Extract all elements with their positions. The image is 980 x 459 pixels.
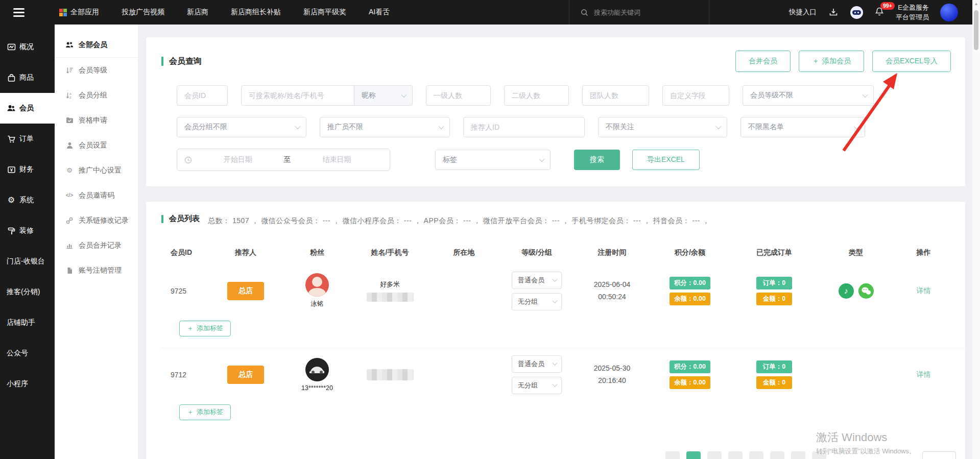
sort-level-icon bbox=[65, 66, 74, 75]
submenu-member-level[interactable]: 会员等级 bbox=[55, 58, 138, 83]
referrer-id-input[interactable] bbox=[463, 117, 585, 137]
assistant-robot-icon[interactable] bbox=[850, 6, 863, 19]
level-select[interactable]: 普通会员 bbox=[512, 272, 562, 289]
member-name: 好多米 bbox=[380, 280, 400, 289]
rail-item-members[interactable]: 会员 bbox=[0, 93, 55, 124]
level1-count-input[interactable] bbox=[426, 85, 491, 106]
detail-link[interactable]: 详情 bbox=[917, 286, 931, 295]
left-rail: 概况 商品 会员 订单 财务 ⚙ 系统 装修 门店-收银台 推客(分销) 店铺助… bbox=[0, 25, 55, 459]
detail-link[interactable]: 详情 bbox=[917, 370, 931, 378]
member-query-card: 会员查询 合并会员 ＋添加会员 会员EXCEL导入 昵称 bbox=[146, 37, 965, 186]
submenu-member-group[interactable]: AZ 会员分组 bbox=[55, 83, 138, 108]
submenu-all-members[interactable]: 全部会员 bbox=[55, 33, 138, 58]
member-group-select[interactable]: 会员分组不限 bbox=[177, 117, 306, 137]
submenu-invite-code[interactable]: </> 会员邀请码 bbox=[55, 183, 138, 208]
submenu-promo-center-settings[interactable]: ⚙ 推广中心设置 bbox=[55, 158, 138, 183]
col-referrer: 推荐人 bbox=[207, 248, 284, 257]
promoter-select[interactable]: 推广员不限 bbox=[320, 117, 450, 137]
account-info[interactable]: E企盈服务 平台管理员 bbox=[896, 3, 929, 22]
merge-members-button[interactable]: 合并会员 bbox=[735, 51, 791, 72]
apps-grid-icon bbox=[59, 9, 67, 16]
rail-item-decorate[interactable]: 装修 bbox=[0, 215, 55, 246]
nickname-search-input[interactable] bbox=[241, 85, 354, 106]
tag-select[interactable]: 标签 bbox=[435, 150, 551, 170]
follow-filter-select[interactable]: 不限关注 bbox=[598, 117, 727, 137]
page-button[interactable] bbox=[749, 451, 763, 459]
scroll-up-arrow[interactable]: ▲ bbox=[972, 0, 980, 8]
add-tag-button[interactable]: ＋添加标签 bbox=[179, 321, 231, 336]
title-accent-bar bbox=[161, 215, 163, 223]
blacklist-filter-select[interactable]: 不限黑名单 bbox=[740, 117, 865, 137]
level-select[interactable]: 普通会员 bbox=[512, 355, 562, 373]
bar-chart-icon bbox=[65, 241, 74, 250]
group-select[interactable]: 无分组 bbox=[512, 293, 562, 310]
member-level-select[interactable]: 会员等级不限 bbox=[743, 85, 874, 106]
user-avatar[interactable] bbox=[940, 4, 958, 21]
rail-item-distribution[interactable]: 推客(分销) bbox=[0, 277, 55, 307]
page-button-active[interactable] bbox=[686, 451, 701, 459]
search-input[interactable] bbox=[594, 9, 686, 16]
col-register-time: 注册时间 bbox=[575, 248, 649, 257]
nav-level-award[interactable]: 新店商平级奖 bbox=[303, 8, 346, 17]
group-select[interactable]: 无分组 bbox=[512, 377, 562, 394]
search-button[interactable]: 搜索 bbox=[574, 150, 620, 170]
gear-icon: ⚙ bbox=[7, 196, 16, 205]
nav-new-shop[interactable]: 新店商 bbox=[187, 8, 208, 17]
add-member-button[interactable]: ＋添加会员 bbox=[799, 51, 864, 72]
referrer-store-button[interactable]: 总店 bbox=[227, 282, 264, 300]
page-button[interactable] bbox=[812, 451, 826, 459]
page-button[interactable] bbox=[791, 451, 805, 459]
submenu-member-settings[interactable]: 会员设置 bbox=[55, 133, 138, 158]
submenu-relation-log[interactable]: 关系链修改记录 bbox=[55, 208, 138, 233]
date-to-label: 至 bbox=[284, 155, 291, 164]
rail-item-overview[interactable]: 概况 bbox=[0, 32, 55, 62]
submenu-qualification[interactable]: 资格申请 bbox=[55, 108, 138, 133]
nav-ai-tongue[interactable]: AI看舌 bbox=[369, 8, 390, 17]
page-button[interactable] bbox=[665, 451, 680, 459]
rail-item-goods[interactable]: 商品 bbox=[0, 62, 55, 93]
custom-field-input[interactable] bbox=[662, 85, 729, 106]
balance-badge: 余额：0.00 bbox=[670, 376, 710, 389]
rail-item-mini-program[interactable]: 小程序 bbox=[0, 369, 55, 399]
table-row: 9725 总店 泳铭 好多米 普通会员 无分组 2025-06-04 00: bbox=[161, 272, 965, 310]
submenu-merge-log[interactable]: 会员合并记录 bbox=[55, 233, 138, 258]
chevron-down-icon bbox=[553, 360, 558, 366]
plus-icon: ＋ bbox=[187, 407, 194, 417]
code-icon: </> bbox=[65, 191, 74, 200]
query-actions: 合并会员 ＋添加会员 会员EXCEL导入 bbox=[735, 51, 951, 72]
member-id-input[interactable] bbox=[177, 85, 228, 106]
add-tag-button[interactable]: ＋添加标签 bbox=[179, 404, 231, 420]
level2-count-input[interactable] bbox=[504, 85, 569, 106]
scrollbar[interactable]: ▲ bbox=[972, 0, 980, 459]
rail-item-orders[interactable]: 订单 bbox=[0, 124, 55, 154]
page-size-select[interactable] bbox=[922, 451, 956, 459]
member-id: 9725 bbox=[161, 287, 207, 295]
member-excel-import-button[interactable]: 会员EXCEL导入 bbox=[872, 51, 951, 72]
submenu-account-cancellation[interactable]: 账号注销管理 bbox=[55, 258, 138, 283]
notifications[interactable]: 99+ bbox=[874, 7, 885, 18]
rail-item-finance[interactable]: 财务 bbox=[0, 154, 55, 185]
page-button[interactable] bbox=[770, 451, 784, 459]
nav-all-apps[interactable]: 全部应用 bbox=[59, 8, 99, 17]
rail-item-shop-assistant[interactable]: 店铺助手 bbox=[0, 307, 55, 338]
quick-entry-link[interactable]: 快捷入口 bbox=[789, 8, 817, 17]
nav-leader-subsidy[interactable]: 新店商组长补贴 bbox=[231, 8, 281, 17]
submenu-label: 会员设置 bbox=[79, 141, 107, 150]
download-icon[interactable] bbox=[828, 7, 839, 18]
rail-item-system[interactable]: ⚙ 系统 bbox=[0, 185, 55, 215]
page-button[interactable] bbox=[728, 451, 743, 459]
page-button[interactable] bbox=[707, 451, 722, 459]
export-excel-button[interactable]: 导出EXCEL bbox=[632, 150, 700, 170]
scrollbar-thumb[interactable] bbox=[974, 10, 978, 50]
rail-item-official-account[interactable]: 公众号 bbox=[0, 338, 55, 369]
hamburger-menu-icon[interactable] bbox=[0, 0, 31, 25]
nav-ad-video[interactable]: 投放广告视频 bbox=[122, 8, 164, 17]
search-type-select[interactable]: 昵称 bbox=[354, 85, 413, 106]
rail-item-store-cashier[interactable]: 门店-收银台 bbox=[0, 246, 55, 277]
referrer-store-button[interactable]: 总店 bbox=[227, 366, 264, 384]
account-role: 平台管理员 bbox=[896, 12, 929, 22]
submenu-label: 关系链修改记录 bbox=[79, 216, 129, 225]
register-date-range-picker[interactable]: 开始日期 至 结束日期 bbox=[177, 149, 390, 171]
cart-icon bbox=[7, 134, 16, 143]
team-count-input[interactable] bbox=[582, 85, 649, 106]
